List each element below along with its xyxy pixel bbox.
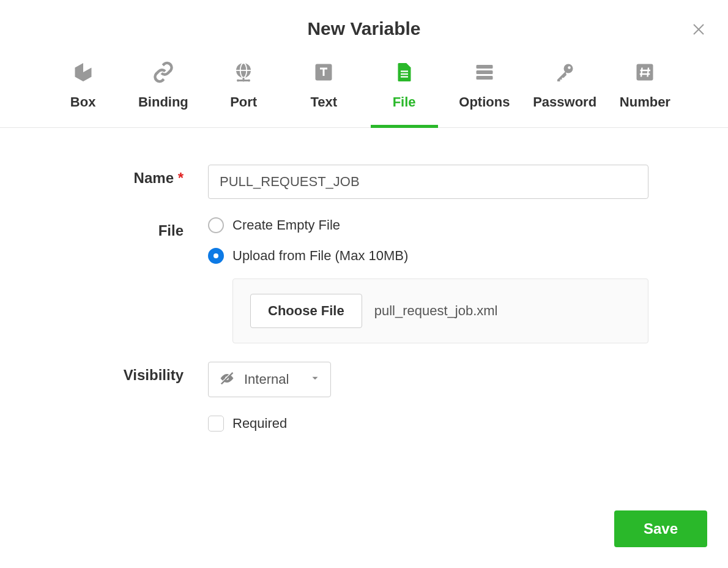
variable-type-tabs: Box Binding Port Text File <box>0 51 728 128</box>
required-label: Required <box>232 416 287 432</box>
tab-label: Binding <box>138 94 188 110</box>
visibility-label: Visibility <box>0 362 208 384</box>
name-label-text: Name <box>134 170 174 186</box>
svg-point-18 <box>568 66 571 69</box>
tab-number[interactable]: Number <box>605 51 685 127</box>
text-icon <box>313 61 335 83</box>
name-row: Name * <box>0 165 648 199</box>
variable-form: Name * File Create Empty File Upload fro… <box>0 128 728 432</box>
globe-icon <box>232 61 254 83</box>
hash-icon <box>634 61 656 83</box>
name-input[interactable] <box>208 165 648 199</box>
dialog-header: New Variable <box>0 0 728 51</box>
save-button[interactable]: Save <box>614 510 707 547</box>
tab-port[interactable]: Port <box>204 51 284 127</box>
required-checkbox[interactable]: Required <box>208 416 648 432</box>
dialog-title: New Variable <box>0 18 728 39</box>
file-label: File <box>0 217 208 239</box>
tab-label: Number <box>620 94 670 110</box>
visibility-row: Visibility Internal <box>0 362 648 397</box>
name-label: Name * <box>0 165 208 187</box>
radio-create-empty[interactable]: Create Empty File <box>208 217 648 233</box>
tab-password[interactable]: Password <box>525 51 605 127</box>
tab-label: Port <box>230 94 257 110</box>
close-button[interactable] <box>691 22 706 39</box>
required-row: Required <box>0 416 648 432</box>
tab-options[interactable]: Options <box>444 51 524 127</box>
tab-box[interactable]: Box <box>43 51 123 127</box>
list-icon <box>474 61 496 83</box>
caret-down-icon <box>310 373 321 386</box>
tab-label: Password <box>533 94 596 110</box>
svg-point-8 <box>242 80 245 82</box>
tab-text[interactable]: Text <box>284 51 364 127</box>
svg-rect-14 <box>476 65 492 69</box>
box-icon <box>72 61 94 83</box>
choose-file-button[interactable]: Choose File <box>250 294 362 328</box>
file-icon <box>393 61 415 83</box>
radio-label: Upload from File (Max 10MB) <box>232 248 408 264</box>
tab-file[interactable]: File <box>364 51 444 127</box>
file-row: File Create Empty File Upload from File … <box>0 217 648 343</box>
tab-binding[interactable]: Binding <box>123 51 203 127</box>
tab-label: Options <box>459 94 510 110</box>
svg-point-7 <box>237 80 239 82</box>
radio-icon <box>208 248 224 264</box>
upload-box: Choose File pull_request_job.xml <box>232 278 648 343</box>
radio-label: Create Empty File <box>232 217 340 233</box>
new-variable-dialog: New Variable Box Binding Port <box>0 0 728 568</box>
visibility-value: Internal <box>244 372 289 387</box>
svg-rect-19 <box>637 64 653 81</box>
eye-off-icon <box>218 370 236 389</box>
tab-label: File <box>393 94 416 110</box>
tab-label: Text <box>311 94 338 110</box>
svg-point-9 <box>248 80 250 82</box>
svg-rect-15 <box>476 70 492 74</box>
radio-upload-file[interactable]: Upload from File (Max 10MB) <box>208 248 648 264</box>
visibility-select[interactable]: Internal <box>208 362 331 397</box>
required-asterisk: * <box>178 170 184 186</box>
radio-icon <box>208 217 224 233</box>
tab-label: Box <box>70 94 96 110</box>
key-icon <box>554 61 576 83</box>
checkbox-icon <box>208 416 224 432</box>
uploaded-filename: pull_request_job.xml <box>374 303 498 319</box>
svg-rect-16 <box>476 76 492 80</box>
close-icon <box>691 28 706 39</box>
link-icon <box>152 61 174 83</box>
